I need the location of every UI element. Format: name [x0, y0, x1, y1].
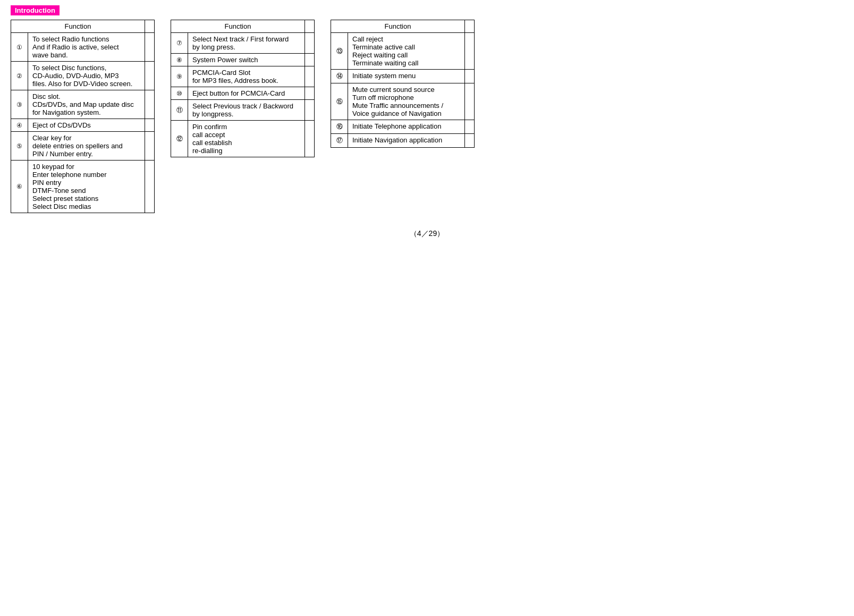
page-footer: （4／29） — [11, 229, 843, 239]
row-number: ⑮ — [331, 83, 348, 120]
table-2: Function ⑦Select Next track / First forw… — [171, 20, 315, 157]
table-row: ⑧System Power switch — [171, 54, 315, 66]
row-number: ⑰ — [331, 134, 348, 148]
table3-color-header — [465, 20, 475, 33]
row-color — [145, 33, 155, 62]
table-row: ⑯Initiate Telephone application — [331, 120, 475, 134]
table-1: Function ①To select Radio functionsAnd i… — [11, 20, 155, 213]
row-function: Select Previous track / Backwordby longp… — [188, 100, 305, 121]
row-number: ⑤ — [11, 132, 28, 161]
table2-color-header — [305, 20, 315, 33]
table1-header: Function — [11, 20, 145, 33]
table1-color-header — [145, 20, 155, 33]
tables-container: Function ①To select Radio functionsAnd i… — [11, 20, 843, 213]
row-color — [305, 121, 315, 157]
row-number: ③ — [11, 90, 28, 119]
row-color — [465, 83, 475, 120]
row-number: ⑥ — [11, 161, 28, 213]
row-number: ⑧ — [171, 54, 188, 66]
table-row: ⑩Eject button for PCMCIA-Card — [171, 87, 315, 100]
row-function: Eject of CDs/DVDs — [28, 119, 145, 132]
row-number: ⑩ — [171, 87, 188, 100]
table-row: ⑦Select Next track / First forwardby lon… — [171, 33, 315, 54]
row-color — [145, 161, 155, 213]
row-function: Clear key fordelete entries on spellers … — [28, 132, 145, 161]
row-function: Initiate Navigation application — [348, 134, 465, 148]
row-function: Eject button for PCMCIA-Card — [188, 87, 305, 100]
row-function: Initiate system menu — [348, 70, 465, 83]
row-number: ② — [11, 62, 28, 90]
row-color — [145, 132, 155, 161]
row-function: Pin confirmcall acceptcall establishre-d… — [188, 121, 305, 157]
row-function: Select Next track / First forwardby long… — [188, 33, 305, 54]
row-function: Mute current sound sourceTurn off microp… — [348, 83, 465, 120]
row-number: ⑬ — [331, 33, 348, 70]
table-row: ⑮Mute current sound sourceTurn off micro… — [331, 83, 475, 120]
table-3: Function ⑬Call rejectTerminate active ca… — [331, 20, 475, 148]
table-row: ①To select Radio functionsAnd if Radio i… — [11, 33, 155, 62]
row-function: Disc slot.CDs/DVDs, and Map update discf… — [28, 90, 145, 119]
row-number: ① — [11, 33, 28, 62]
row-function: PCMCIA-Card Slotfor MP3 files, Address b… — [188, 66, 305, 87]
row-color — [145, 90, 155, 119]
row-number: ⑫ — [171, 121, 188, 157]
table-row: ⑫Pin confirmcall acceptcall establishre-… — [171, 121, 315, 157]
row-color — [145, 62, 155, 90]
intro-tab: Introduction — [11, 5, 60, 15]
row-color — [465, 33, 475, 70]
row-color — [305, 100, 315, 121]
table-row: ⑬Call rejectTerminate active callReject … — [331, 33, 475, 70]
table2-header: Function — [171, 20, 305, 33]
row-function: System Power switch — [188, 54, 305, 66]
row-color — [465, 120, 475, 134]
table-row: ⑥10 keypad forEnter telephone numberPIN … — [11, 161, 155, 213]
row-color — [145, 119, 155, 132]
row-number: ⑭ — [331, 70, 348, 83]
row-number: ⑯ — [331, 120, 348, 134]
row-number: ⑦ — [171, 33, 188, 54]
table-row: ⑪Select Previous track / Backwordby long… — [171, 100, 315, 121]
row-number: ④ — [11, 119, 28, 132]
row-function: 10 keypad forEnter telephone numberPIN e… — [28, 161, 145, 213]
table-row: ④Eject of CDs/DVDs — [11, 119, 155, 132]
row-function: To select Disc functions,CD-Audio, DVD-A… — [28, 62, 145, 90]
table-row: ⑨PCMCIA-Card Slotfor MP3 files, Address … — [171, 66, 315, 87]
table3-header: Function — [331, 20, 465, 33]
row-function: Call rejectTerminate active callReject w… — [348, 33, 465, 70]
row-color — [305, 54, 315, 66]
table-row: ⑤Clear key fordelete entries on spellers… — [11, 132, 155, 161]
row-number: ⑨ — [171, 66, 188, 87]
table-row: ③Disc slot.CDs/DVDs, and Map update disc… — [11, 90, 155, 119]
row-color — [465, 134, 475, 148]
row-color — [305, 87, 315, 100]
table-row: ⑰Initiate Navigation application — [331, 134, 475, 148]
row-color — [305, 66, 315, 87]
row-color — [465, 70, 475, 83]
row-function: Initiate Telephone application — [348, 120, 465, 134]
row-color — [305, 33, 315, 54]
table-row: ②To select Disc functions,CD-Audio, DVD-… — [11, 62, 155, 90]
row-function: To select Radio functionsAnd if Radio is… — [28, 33, 145, 62]
table-row: ⑭Initiate system menu — [331, 70, 475, 83]
row-number: ⑪ — [171, 100, 188, 121]
